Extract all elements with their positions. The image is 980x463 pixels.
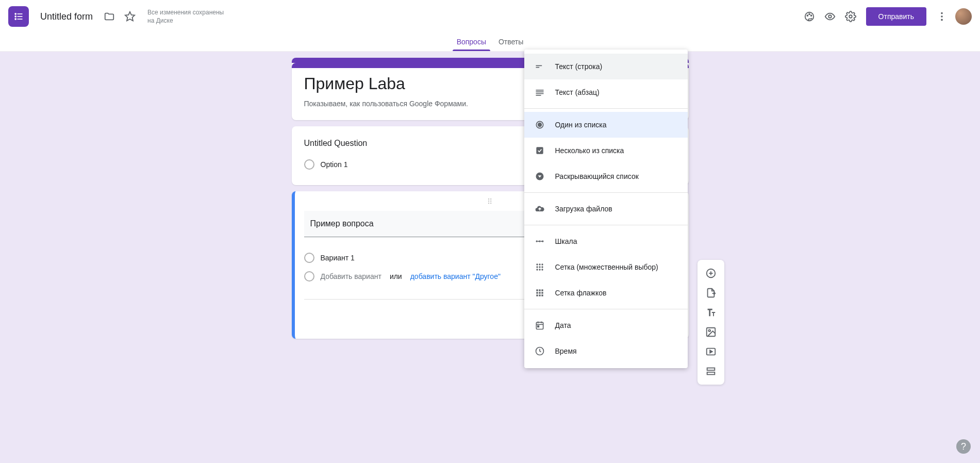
menu-item-linear-scale[interactable]: Шкала bbox=[524, 228, 688, 254]
svg-rect-0 bbox=[15, 13, 16, 14]
svg-rect-28 bbox=[707, 372, 715, 375]
star-icon[interactable] bbox=[120, 6, 140, 27]
menu-item-checkboxes[interactable]: Несколько из списка bbox=[524, 138, 688, 163]
user-avatar[interactable] bbox=[955, 8, 972, 25]
question-type-dropdown: Текст (строка) Текст (абзац) Один из спи… bbox=[524, 49, 688, 368]
svg-rect-3 bbox=[18, 16, 23, 17]
tab-responses[interactable]: Ответы bbox=[492, 38, 529, 51]
menu-label: Шкала bbox=[555, 237, 577, 245]
menu-label: Время bbox=[555, 347, 577, 355]
radio-icon bbox=[534, 119, 546, 131]
grid-dots-icon bbox=[534, 261, 546, 273]
menu-item-checkbox-grid[interactable]: Сетка флажков bbox=[524, 280, 688, 306]
calendar-icon bbox=[534, 319, 546, 332]
help-icon[interactable]: ? bbox=[956, 439, 971, 454]
checkbox-icon bbox=[534, 144, 546, 157]
menu-label: Сетка флажков bbox=[555, 289, 607, 297]
add-section-icon[interactable] bbox=[702, 362, 720, 381]
svg-rect-1 bbox=[18, 13, 23, 14]
svg-rect-61 bbox=[536, 294, 538, 296]
svg-point-54 bbox=[541, 269, 543, 270]
document-title[interactable]: Untitled form bbox=[37, 10, 96, 23]
radio-empty-icon bbox=[304, 159, 314, 170]
menu-label: Один из списка bbox=[555, 121, 607, 129]
svg-rect-32 bbox=[536, 91, 543, 92]
svg-point-53 bbox=[539, 269, 540, 270]
menu-label: Дата bbox=[555, 321, 571, 329]
svg-rect-63 bbox=[541, 294, 543, 296]
svg-point-50 bbox=[539, 266, 540, 268]
svg-rect-59 bbox=[539, 292, 540, 293]
menu-label: Раскрывающийся список bbox=[555, 172, 639, 180]
menu-item-short-answer[interactable]: Текст (строка) bbox=[524, 54, 688, 79]
menu-label: Текст (строка) bbox=[555, 62, 603, 71]
svg-point-13 bbox=[941, 12, 943, 14]
dropdown-icon bbox=[534, 170, 546, 183]
svg-rect-5 bbox=[18, 19, 23, 20]
add-title-icon[interactable] bbox=[702, 303, 720, 322]
svg-point-47 bbox=[539, 263, 540, 265]
menu-item-paragraph[interactable]: Текст (абзац) bbox=[524, 79, 688, 105]
menu-item-file-upload[interactable]: Загрузка файлов bbox=[524, 196, 688, 222]
svg-rect-57 bbox=[541, 289, 543, 291]
clock-icon bbox=[534, 345, 546, 357]
side-toolbar bbox=[697, 260, 724, 385]
add-video-icon[interactable] bbox=[702, 342, 720, 361]
menu-item-multiple-choice[interactable]: Один из списка bbox=[524, 112, 688, 138]
short-answer-icon bbox=[534, 60, 546, 73]
svg-rect-55 bbox=[536, 289, 538, 291]
add-image-toolbar-icon[interactable] bbox=[702, 323, 720, 341]
question-2-option-1-text[interactable]: Вариант 1 bbox=[321, 254, 355, 262]
svg-point-46 bbox=[536, 263, 538, 265]
save-status-line2: на Диске bbox=[147, 16, 224, 25]
svg-rect-68 bbox=[537, 326, 539, 327]
radio-empty-icon bbox=[304, 253, 314, 263]
question-1-option-1-text[interactable]: Option 1 bbox=[321, 160, 348, 169]
import-questions-icon[interactable] bbox=[702, 284, 720, 302]
upload-icon bbox=[534, 203, 546, 215]
menu-item-dropdown-list[interactable]: Раскрывающийся список bbox=[524, 163, 688, 189]
svg-rect-37 bbox=[536, 147, 543, 154]
scale-icon bbox=[534, 235, 546, 247]
svg-point-11 bbox=[828, 15, 832, 18]
palette-icon[interactable] bbox=[799, 6, 820, 27]
svg-point-10 bbox=[810, 15, 811, 16]
svg-point-45 bbox=[542, 240, 543, 242]
form-canvas: Пример Laba Показываем, как пользоваться… bbox=[0, 52, 980, 463]
svg-point-49 bbox=[536, 266, 538, 268]
more-vert-icon[interactable] bbox=[932, 6, 952, 27]
svg-point-41 bbox=[536, 240, 537, 242]
add-question-icon[interactable] bbox=[702, 264, 720, 283]
svg-rect-62 bbox=[539, 294, 540, 296]
svg-point-43 bbox=[539, 240, 540, 242]
menu-item-mc-grid[interactable]: Сетка (множественный выбор) bbox=[524, 254, 688, 280]
svg-rect-27 bbox=[707, 368, 715, 371]
menu-item-time[interactable]: Время bbox=[524, 338, 688, 364]
svg-point-14 bbox=[941, 15, 943, 18]
save-status-text: Все изменения сохранены на Диске bbox=[147, 8, 224, 25]
folder-icon[interactable] bbox=[99, 6, 120, 27]
tab-questions[interactable]: Вопросы bbox=[451, 38, 492, 51]
svg-rect-4 bbox=[15, 18, 16, 20]
add-option-text[interactable]: Добавить вариант bbox=[321, 272, 381, 280]
svg-point-36 bbox=[538, 123, 541, 127]
svg-point-24 bbox=[708, 329, 710, 332]
menu-item-date[interactable]: Дата bbox=[524, 312, 688, 338]
grid-squares-icon bbox=[534, 287, 546, 299]
or-text: или bbox=[390, 272, 402, 280]
svg-rect-56 bbox=[539, 289, 540, 291]
menu-label: Текст (абзац) bbox=[555, 88, 600, 96]
svg-rect-34 bbox=[536, 95, 541, 96]
svg-point-15 bbox=[941, 19, 943, 21]
paragraph-icon bbox=[534, 86, 546, 98]
radio-empty-icon bbox=[304, 271, 314, 282]
svg-rect-58 bbox=[536, 292, 538, 293]
svg-rect-60 bbox=[541, 292, 543, 293]
send-button[interactable]: Отправить bbox=[866, 7, 926, 26]
settings-icon[interactable] bbox=[840, 6, 861, 27]
menu-label: Несколько из списка bbox=[555, 146, 624, 155]
forms-logo-icon[interactable] bbox=[8, 6, 29, 27]
add-other-link[interactable]: добавить вариант "Другое" bbox=[410, 272, 501, 280]
menu-label: Сетка (множественный выбор) bbox=[555, 263, 658, 271]
preview-icon[interactable] bbox=[820, 6, 840, 27]
